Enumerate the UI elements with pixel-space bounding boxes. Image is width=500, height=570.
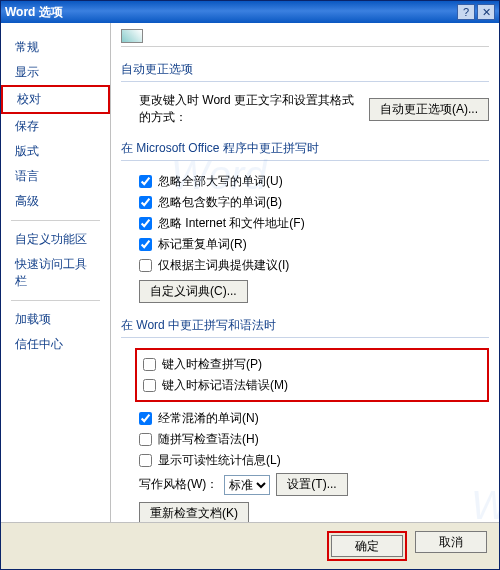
cb-grammar-with-spelling[interactable] [139, 433, 152, 446]
section-word-spelling: 在 Word 中更正拼写和语法时 [121, 317, 489, 338]
autocorrect-desc: 更改键入时 Word 更正文字和设置其格式的方式： [139, 92, 361, 126]
sidebar-item-addins[interactable]: 加载项 [1, 307, 110, 332]
sidebar-item-display[interactable]: 显示 [1, 60, 110, 85]
cb-main-dict-only[interactable] [139, 259, 152, 272]
sidebar-item-trust-center[interactable]: 信任中心 [1, 332, 110, 357]
dialog-footer: 确定 取消 [1, 522, 499, 569]
cb-ignore-internet[interactable] [139, 217, 152, 230]
sidebar-item-customize-ribbon[interactable]: 自定义功能区 [1, 227, 110, 252]
category-sidebar: 常规 显示 校对 保存 版式 语言 高级 自定义功能区 快速访问工具栏 加载项 … [1, 23, 111, 522]
cb-flag-repeat[interactable] [139, 238, 152, 251]
cb-readability[interactable] [139, 454, 152, 467]
sidebar-item-proofing[interactable]: 校对 [1, 85, 110, 114]
cb-ignore-numbers[interactable] [139, 196, 152, 209]
close-button[interactable]: ✕ [477, 4, 495, 20]
recheck-doc-button[interactable]: 重新检查文档(K) [139, 502, 249, 522]
cb-mark-grammar-typing[interactable] [143, 379, 156, 392]
highlight-box-ok: 确定 [327, 531, 407, 561]
section-autocorrect: 自动更正选项 [121, 61, 489, 82]
sidebar-item-save[interactable]: 保存 [1, 114, 110, 139]
section-office-spelling: 在 Microsoft Office 程序中更正拼写时 [121, 140, 489, 161]
proofing-icon [121, 29, 143, 43]
content-panel: Word Word 自动更正选项 更改键入时 Word 更正文字和设置其格式的方… [111, 23, 499, 522]
writing-style-label: 写作风格(W)： [139, 476, 218, 493]
sidebar-item-general[interactable]: 常规 [1, 35, 110, 60]
writing-style-select[interactable]: 标准 [224, 475, 270, 495]
style-settings-button[interactable]: 设置(T)... [276, 473, 347, 496]
sidebar-item-layout[interactable]: 版式 [1, 139, 110, 164]
custom-dict-button[interactable]: 自定义词典(C)... [139, 280, 248, 303]
cb-confused-words[interactable] [139, 412, 152, 425]
word-options-dialog: Word 选项 ? ✕ 常规 显示 校对 保存 版式 语言 高级 自定义功能区 … [0, 0, 500, 570]
window-title: Word 选项 [5, 4, 63, 21]
help-button[interactable]: ? [457, 4, 475, 20]
cb-ignore-uppercase[interactable] [139, 175, 152, 188]
highlight-box-spellcheck: 键入时检查拼写(P) 键入时标记语法错误(M) [135, 348, 489, 402]
autocorrect-options-button[interactable]: 自动更正选项(A)... [369, 98, 489, 121]
cancel-button[interactable]: 取消 [415, 531, 487, 553]
cb-check-spelling-typing[interactable] [143, 358, 156, 371]
sidebar-item-language[interactable]: 语言 [1, 164, 110, 189]
sidebar-item-advanced[interactable]: 高级 [1, 189, 110, 214]
titlebar: Word 选项 ? ✕ [1, 1, 499, 23]
sidebar-item-qat[interactable]: 快速访问工具栏 [1, 252, 110, 294]
ok-button[interactable]: 确定 [331, 535, 403, 557]
